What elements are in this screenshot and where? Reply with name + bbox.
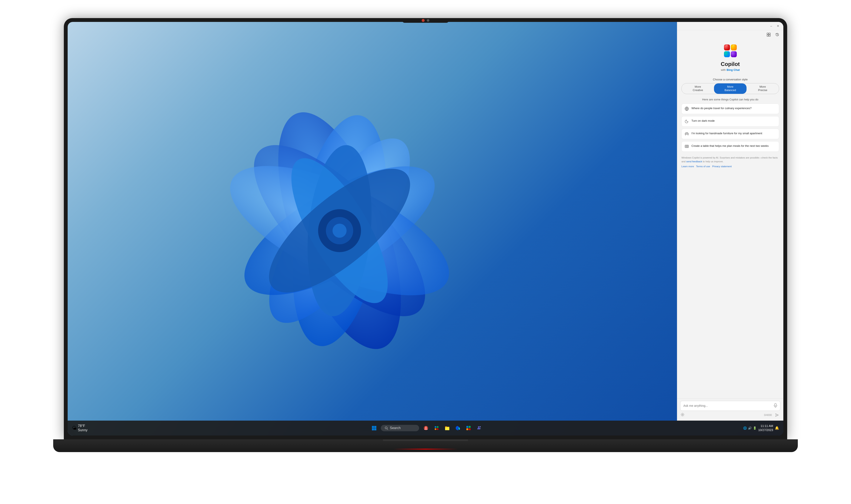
camera-red-dot: [422, 19, 424, 22]
laptop-hinge: [383, 439, 468, 441]
grid-icon-button[interactable]: [765, 32, 772, 38]
suggestion-item-2[interactable]: Turn on dark mode: [682, 116, 779, 127]
close-button[interactable]: ✕: [776, 24, 780, 28]
screen-bezel: – ✕: [68, 22, 783, 435]
send-button[interactable]: [774, 412, 780, 418]
mic-icon[interactable]: [774, 403, 777, 409]
svg-point-46: [435, 426, 436, 428]
svg-line-43: [387, 429, 388, 430]
screen-lid: – ✕: [64, 18, 787, 439]
svg-rect-13: [769, 33, 771, 34]
taskbar-weather[interactable]: 🌤 78°F Sunny: [72, 424, 110, 432]
tools-icon[interactable]: [681, 413, 684, 417]
svg-point-11: [332, 223, 347, 238]
suggestions-heading: Here are some things Copilot can help yo…: [682, 98, 779, 101]
moon-icon: [685, 119, 689, 124]
taskbar-search[interactable]: Search: [381, 425, 419, 431]
volume-icon[interactable]: 🔊: [748, 426, 752, 430]
edge-browser-button[interactable]: [454, 424, 462, 432]
panel-disclaimer: Windows Copilot is powered by AI. Surpri…: [682, 154, 779, 170]
laptop: – ✕: [42, 18, 809, 486]
send-feedback-link[interactable]: send feedback: [686, 160, 702, 163]
taskbar-center: Search: [110, 424, 743, 432]
windows-start-button[interactable]: [370, 424, 378, 432]
clock-time: 11:11 AM: [758, 424, 773, 428]
terms-link[interactable]: Terms of use: [696, 165, 710, 168]
input-counter: 0/4000: [764, 414, 772, 417]
red-accent-line: [394, 449, 457, 450]
conversation-style-label: Choose a conversation style: [682, 78, 779, 81]
svg-rect-55: [466, 428, 468, 430]
suggestion-item-1[interactable]: Where do people travel for culinary expe…: [682, 104, 779, 114]
svg-rect-19: [731, 51, 737, 57]
suggestion-text-3: I'm looking for handmade furniture for m…: [691, 131, 762, 135]
battery-icon[interactable]: 🔋: [753, 426, 757, 430]
store-button[interactable]: [465, 424, 472, 432]
weather-icon: 🌤: [72, 425, 77, 431]
copilot-logo: [723, 43, 738, 58]
style-buttons: More Creative More Balanced More Precise: [682, 83, 779, 94]
svg-point-45: [425, 427, 427, 428]
furniture-icon: [685, 132, 689, 137]
svg-point-47: [437, 426, 438, 428]
weather-condition: Sunny: [78, 428, 87, 432]
widgets-button[interactable]: [433, 424, 440, 432]
table-icon: [685, 144, 689, 149]
svg-point-57: [478, 426, 479, 428]
calendar-date: 10/27/2023: [758, 428, 773, 432]
copilot-subtitle: with Bing Chat: [721, 68, 740, 71]
taskbar-right: 🌐 🔊 🔋 11:11 AM 10/27/2023 🔔: [743, 424, 779, 432]
suggestion-item-4[interactable]: Create a table that helps me plan meals …: [682, 141, 779, 152]
chat-input[interactable]: [683, 404, 772, 408]
svg-rect-38: [372, 426, 374, 428]
input-box: [680, 401, 780, 411]
svg-rect-25: [686, 132, 688, 133]
panel-input-area: 0/4000: [677, 398, 783, 420]
svg-point-58: [480, 426, 481, 427]
svg-point-48: [435, 428, 436, 430]
desktop: – ✕: [68, 22, 783, 435]
svg-rect-12: [767, 33, 768, 34]
temperature: 78°F: [78, 424, 87, 428]
taskbar-time-date[interactable]: 11:11 AM 10/27/2023: [758, 424, 773, 432]
camera-bar: [402, 18, 449, 23]
svg-rect-39: [374, 426, 376, 428]
suggestion-text-4: Create a table that helps me plan meals …: [691, 144, 769, 148]
svg-point-49: [437, 428, 438, 430]
panel-toolbar: [677, 30, 783, 39]
suggestion-item-3[interactable]: I'm looking for handmade furniture for m…: [682, 129, 779, 139]
panel-content: Copilot with Bing Chat Choose a conversa…: [677, 39, 783, 398]
minimize-button[interactable]: –: [769, 24, 774, 28]
style-precise-button[interactable]: More Precise: [746, 84, 779, 94]
profile-icon-button[interactable]: [422, 424, 430, 432]
style-creative-button[interactable]: More Creative: [682, 84, 714, 94]
svg-rect-33: [775, 403, 776, 406]
camera-gray-dot: [427, 19, 429, 22]
svg-rect-56: [469, 428, 471, 430]
input-footer: 0/4000: [680, 411, 780, 418]
input-footer-left: [681, 413, 684, 417]
notification-icon[interactable]: 🔔: [775, 426, 779, 430]
file-explorer-button[interactable]: [443, 424, 451, 432]
taskbar: 🌤 78°F Sunny: [68, 420, 783, 435]
teams-button[interactable]: [475, 424, 483, 432]
privacy-link[interactable]: Privacy statement: [712, 165, 732, 168]
svg-rect-53: [466, 426, 468, 428]
globe-icon: [685, 107, 689, 111]
system-tray: 🌐 🔊 🔋: [743, 426, 757, 430]
svg-rect-54: [469, 426, 471, 428]
svg-rect-40: [372, 428, 374, 430]
svg-rect-41: [374, 428, 376, 430]
copilot-title: Copilot: [721, 61, 740, 68]
network-icon[interactable]: 🌐: [743, 426, 747, 430]
learn-more-link[interactable]: Learn more: [682, 165, 694, 168]
svg-rect-24: [685, 133, 688, 134]
bing-label: Bing Chat: [726, 68, 740, 71]
svg-rect-18: [724, 51, 730, 57]
svg-rect-15: [769, 35, 771, 36]
disclaimer-links: Learn more Terms of use Privacy statemen…: [682, 165, 779, 168]
laptop-base: [53, 439, 798, 452]
style-balanced-button[interactable]: More Balanced: [714, 84, 746, 94]
suggestion-text-2: Turn on dark mode: [691, 119, 714, 123]
history-icon-button[interactable]: [774, 32, 780, 38]
